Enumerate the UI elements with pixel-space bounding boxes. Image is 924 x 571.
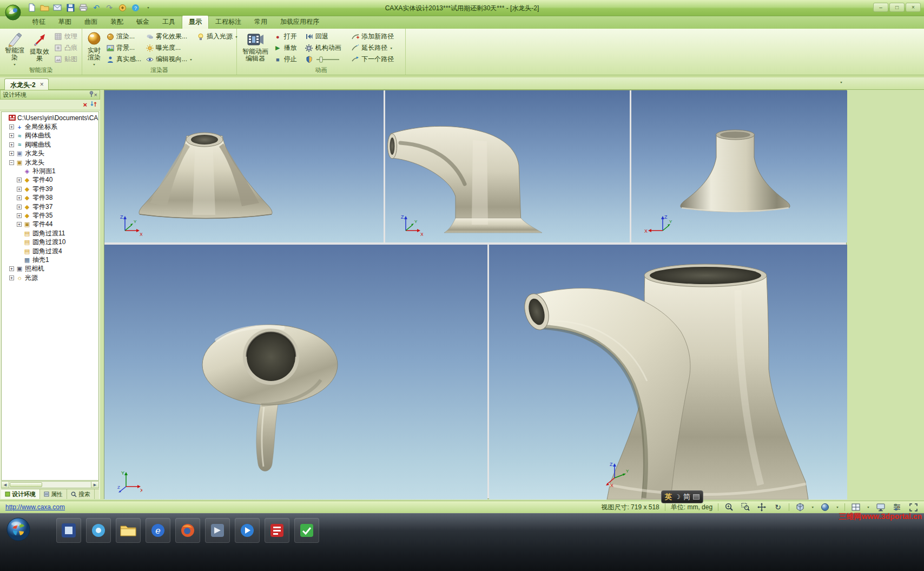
taskbar-app-3[interactable] (205, 518, 230, 543)
tab-display[interactable]: 显示 (182, 15, 209, 29)
fog-effect-button[interactable]: 雾化效果... (143, 31, 195, 42)
smart-animation-editor-button[interactable]: 智能动画编辑器 (239, 30, 272, 67)
delete-red-x-icon[interactable]: × (83, 101, 87, 109)
scrollbar-thumb[interactable] (10, 482, 42, 487)
slider-track[interactable] (315, 56, 340, 63)
chevron-down-icon[interactable]: ▼ (836, 506, 839, 509)
document-tab-faucet-2[interactable]: 水龙头-2 (4, 78, 49, 90)
animation-speed-slider[interactable] (303, 54, 349, 65)
render-options-icon[interactable] (892, 502, 902, 512)
new-file-icon[interactable] (26, 2, 37, 13)
taskbar-app-4[interactable] (265, 518, 289, 543)
view-perspective[interactable]: Z Y X (489, 245, 847, 500)
expand-icon[interactable] (17, 205, 22, 209)
taskbar-media-player-icon[interactable] (235, 518, 260, 543)
view-front[interactable]: Z X Y (104, 90, 384, 242)
tree-item-part-38[interactable]: ◆ 零件38 (2, 194, 98, 202)
expand-icon[interactable] (9, 133, 14, 138)
expand-icon[interactable] (9, 266, 14, 271)
qat-more-icon[interactable]: ▼ (143, 3, 154, 12)
expand-icon[interactable] (17, 195, 22, 200)
taskbar-app-2[interactable] (86, 518, 111, 543)
tree-item-shell-1[interactable]: ▦ 抽壳1 (2, 255, 98, 264)
insert-light-button[interactable]: 插入光源 ▼ (195, 31, 237, 42)
realistic-button[interactable]: 真实感... (104, 54, 143, 65)
tab-sketch[interactable]: 草图 (52, 16, 78, 29)
decal-button[interactable]: 贴图 (52, 54, 80, 65)
fullscreen-icon[interactable] (908, 502, 919, 512)
taskbar-folder-icon[interactable] (116, 518, 141, 543)
tree-item-global-coordinate-system[interactable]: + 全局坐标系 (2, 122, 98, 131)
tree-item-faucet-assembly[interactable]: ▣ 水龙头 (2, 158, 98, 167)
taskbar-app-5[interactable] (294, 518, 319, 543)
mechanism-animation-button[interactable]: 机构动画 (303, 42, 349, 54)
open-folder-icon[interactable] (39, 2, 50, 13)
rotate-view-icon[interactable]: ↻ (773, 502, 783, 512)
scroll-right-icon[interactable] (91, 482, 98, 488)
scroll-left-icon[interactable] (2, 482, 9, 488)
horizontal-scrollbar[interactable] (1, 481, 99, 488)
taskbar-firefox-icon[interactable] (175, 518, 200, 543)
pin-icon[interactable] (89, 91, 94, 99)
pan-icon[interactable] (756, 502, 767, 512)
close-icon[interactable] (40, 81, 44, 88)
zoom-window-icon[interactable] (740, 502, 751, 512)
start-button[interactable] (5, 516, 31, 544)
expand-icon[interactable] (9, 151, 14, 156)
moon-icon[interactable]: ☽ (675, 493, 681, 501)
expand-icon[interactable] (9, 275, 14, 280)
tab-engineering-annotation[interactable]: 工程标注 (209, 16, 248, 29)
convert-icon[interactable] (117, 2, 128, 13)
edit-view-direction-button[interactable]: 编辑视向... ▼ (143, 54, 195, 65)
rewind-button[interactable]: 回退 (303, 31, 349, 42)
chevron-down-icon[interactable]: ▼ (867, 506, 870, 509)
save-icon[interactable] (65, 2, 76, 13)
tab-tools[interactable]: 工具 (156, 16, 182, 29)
ime-language-indicator[interactable]: 英 (665, 492, 672, 502)
smart-render-button[interactable]: 智能渲染 ▼ (2, 30, 27, 67)
expand-icon[interactable] (9, 124, 14, 129)
stop-button[interactable]: ■ 停止 (272, 54, 303, 65)
caxa-website-link[interactable]: http://www.caxa.com (5, 503, 65, 511)
view-top[interactable]: Y X Z (104, 245, 487, 500)
tab-common[interactable]: 常用 (248, 16, 274, 29)
expand-icon[interactable] (17, 178, 22, 182)
tree-item-fillet-11[interactable]: ▤ 圆角过渡11 (2, 229, 98, 238)
expand-icon[interactable] (17, 187, 22, 192)
tree-item-part-35[interactable]: ◆ 零件35 (2, 211, 98, 220)
tree-item-fillet-10[interactable]: ▤ 圆角过渡10 (2, 238, 98, 246)
tab-feature[interactable]: 特征 (26, 16, 52, 29)
expand-icon[interactable] (9, 142, 14, 147)
chevron-down-icon[interactable]: ▼ (811, 506, 814, 509)
tree-item-root-path[interactable]: C:\Users\yin\Documents\CA... (2, 114, 98, 122)
play-button[interactable]: ▶ 播放 (272, 42, 303, 54)
background-button[interactable]: 背景... (104, 42, 143, 54)
tree-item-part-37[interactable]: ◆ 零件37 (2, 202, 98, 211)
texture-button[interactable]: 纹理 (52, 31, 80, 42)
expand-icon[interactable] (17, 222, 22, 227)
tab-surface[interactable]: 曲面 (78, 16, 104, 29)
tree-item-part-44[interactable]: ▣ 零件44 (2, 220, 98, 229)
tree-item-fillet-4[interactable]: ▤ 圆角过渡4 (2, 247, 98, 255)
app-logo[interactable] (4, 4, 22, 21)
taskbar-app-1[interactable] (56, 518, 81, 543)
print-icon[interactable] (78, 2, 89, 13)
taskbar-browser-icon[interactable]: e (146, 518, 170, 543)
undo-icon[interactable]: ↶ (91, 2, 102, 13)
close-button[interactable] (906, 3, 921, 12)
tree-item-patch-surface-1[interactable]: ◈ 补洞面1 (2, 167, 98, 175)
tree-item-camera[interactable]: ▣ 照相机 (2, 265, 98, 273)
tree-item-valve-body-curve[interactable]: ≈ 阀体曲线 (2, 132, 98, 140)
view-orientation-icon[interactable] (795, 502, 806, 512)
zoom-in-icon[interactable] (724, 502, 735, 512)
mail-icon[interactable] (52, 2, 63, 13)
tab-assembly[interactable]: 装配 (104, 16, 130, 29)
minimize-button[interactable] (873, 3, 888, 12)
appearance-icon[interactable] (875, 502, 886, 512)
document-list-dropdown-icon[interactable]: ▼ (840, 81, 843, 84)
ime-keyboard-icon[interactable] (693, 494, 699, 500)
render-settings-button[interactable]: 渲染... (104, 31, 143, 42)
panel-close-icon[interactable] (94, 91, 97, 98)
redo-icon[interactable]: ↷ (104, 2, 115, 13)
bump-button[interactable]: 凸痕 (52, 42, 80, 54)
